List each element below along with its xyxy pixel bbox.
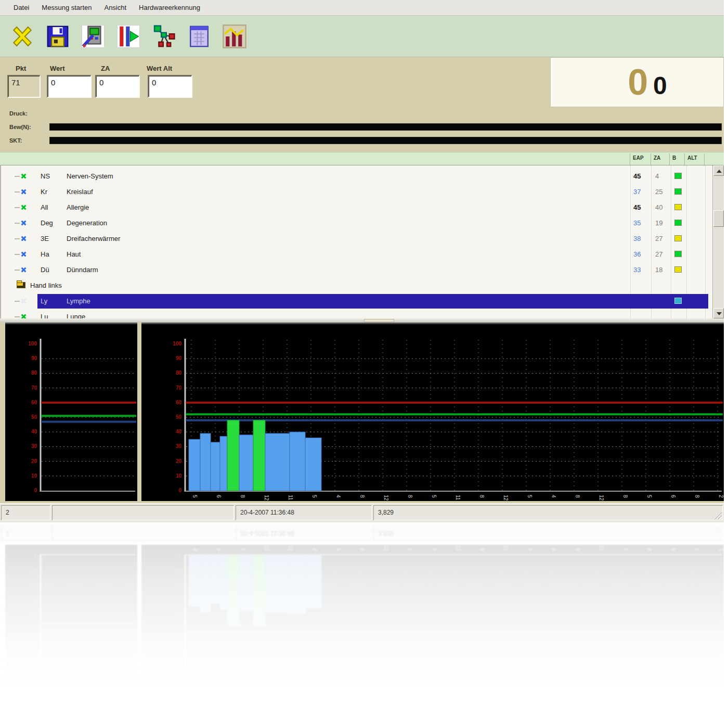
list-item[interactable]: HaHaut3627 [1, 247, 724, 262]
status-box-yellow [674, 235, 682, 241]
za-field[interactable]: 0 [95, 75, 140, 98]
svg-text:5: 5 [192, 495, 198, 498]
svg-text:40: 40 [176, 429, 182, 434]
tree-connector [15, 316, 20, 317]
wert-field[interactable]: 0 [47, 75, 92, 98]
network-nodes-button[interactable] [150, 21, 178, 52]
svg-text:70: 70 [31, 385, 37, 391]
abort-button[interactable] [8, 21, 36, 52]
za-value: 18 [655, 266, 671, 274]
list-item[interactable]: AllAllergie4540 [1, 200, 724, 215]
bew-label: Bew(N): [9, 124, 31, 130]
measurement-panel: Pkt Wert ZA Wert Alt 71 0 0 0 0 0 Druck:… [0, 57, 724, 152]
svg-text:6: 6 [670, 495, 676, 498]
menu-item-hardwareerkennung[interactable]: Hardwareerkennung [134, 2, 205, 13]
point-code: Ha [41, 250, 64, 258]
vertical-scrollbar[interactable] [712, 165, 724, 318]
splitter-handle[interactable] [0, 318, 724, 323]
list-group-row[interactable]: Hand links [1, 278, 724, 293]
svg-text:8: 8 [479, 495, 485, 498]
status-cell-value: 3,829 [373, 505, 723, 520]
measure-transfer-button[interactable] [114, 21, 142, 52]
list-item[interactable]: DegDegeneration3519 [1, 215, 724, 231]
menu-item-ansicht[interactable]: Ansicht [99, 2, 132, 13]
window-reflection: DateiMessung startenAnsichtHardwareerken… [0, 523, 724, 717]
svg-text:100: 100 [28, 341, 37, 347]
statistics-chart-icon [222, 24, 247, 49]
point-name: Degeneration [67, 219, 107, 227]
list-item[interactable]: 3EDreifacherwärmer3827 [1, 231, 724, 247]
header-col-b: B [672, 155, 676, 161]
svg-text:30: 30 [176, 443, 182, 449]
wert-alt-field[interactable]: 0 [148, 75, 192, 98]
druck-label: Druck: [9, 110, 28, 117]
za-value: 27 [655, 250, 671, 258]
save-icon [45, 24, 70, 49]
save-button[interactable] [44, 21, 72, 52]
bew-progress-bar [49, 123, 722, 131]
svg-text:11: 11 [455, 495, 461, 501]
list-item[interactable]: LuLunge [1, 309, 724, 318]
network-nodes-icon [151, 24, 176, 49]
point-label: Pkt [16, 65, 26, 72]
wert-label: Wert [50, 65, 65, 72]
device-probe-icon [81, 24, 106, 49]
list-item[interactable]: LyLymphe [1, 293, 724, 309]
wert-alt-label: Wert Alt [147, 65, 172, 72]
header-col-eap: EAP [633, 155, 644, 161]
svg-text:100: 100 [173, 341, 181, 347]
svg-text:60: 60 [31, 400, 37, 405]
report-window-icon [187, 24, 212, 49]
list-item[interactable]: DüDünndarm3318 [1, 262, 724, 278]
status-box-green [674, 188, 682, 195]
scrollbar-thumb[interactable] [713, 210, 724, 227]
skt-progress-bar [49, 137, 722, 144]
tree-connector [15, 238, 20, 239]
list-item[interactable]: NSNerven-System454 [1, 169, 724, 184]
status-cell-count: 2 [1, 505, 50, 520]
svg-text:2: 2 [718, 495, 724, 498]
resize-grip[interactable] [714, 512, 722, 519]
point-name: Lunge [67, 313, 85, 318]
svg-text:60: 60 [176, 400, 182, 405]
eap-value: 37 [633, 188, 651, 196]
status-value-text: 3,829 [378, 509, 394, 516]
menu-item-messung-starten[interactable]: Messung starten [36, 2, 97, 13]
eap-value: 38 [633, 235, 651, 242]
svg-text:8: 8 [359, 495, 365, 498]
device-probe-button[interactable] [79, 21, 107, 52]
value-display: 0 0 [550, 57, 724, 107]
list-item[interactable]: KrKreislauf3725 [1, 184, 724, 200]
overview-chart: 1009080706050403020100 [5, 324, 137, 503]
statistics-chart-button[interactable] [220, 21, 249, 52]
folder-icon [17, 282, 25, 288]
za-label: ZA [101, 65, 110, 72]
status-box-yellow [674, 266, 682, 273]
menu-bar: DateiMessung startenAnsichtHardwareerken… [0, 0, 724, 16]
report-window-button[interactable] [185, 21, 213, 52]
svg-text:10: 10 [176, 473, 182, 479]
menu-item-datei[interactable]: Datei [8, 2, 34, 13]
application-window: DateiMessung startenAnsichtHardwareerken… [0, 0, 724, 522]
svg-text:80: 80 [31, 370, 37, 376]
point-name: Lymphe [67, 297, 90, 305]
svg-text:90: 90 [31, 355, 37, 361]
svg-text:8: 8 [622, 495, 628, 498]
svg-text:8: 8 [407, 495, 413, 498]
measurement-chart-panel: 1009080706050403020100568121154812851181… [141, 323, 724, 501]
arrow-up-icon [717, 170, 722, 173]
tree-connector [15, 191, 20, 193]
tree-connector [15, 207, 20, 208]
overview-chart-panel: 1009080706050403020100 [5, 323, 137, 501]
list-header: EAP ZA B ALT [0, 152, 724, 165]
splitter-notch [364, 319, 394, 322]
svg-text:12: 12 [383, 495, 389, 501]
scroll-down-button[interactable] [713, 308, 724, 318]
svg-text:5: 5 [527, 495, 532, 498]
scroll-up-button[interactable] [713, 165, 724, 176]
svg-text:80: 80 [176, 370, 182, 376]
point-name: Nerven-System [67, 172, 113, 180]
point-marker-icon [20, 235, 28, 243]
tree-connector [15, 176, 20, 177]
point-field[interactable]: 71 [7, 75, 41, 98]
